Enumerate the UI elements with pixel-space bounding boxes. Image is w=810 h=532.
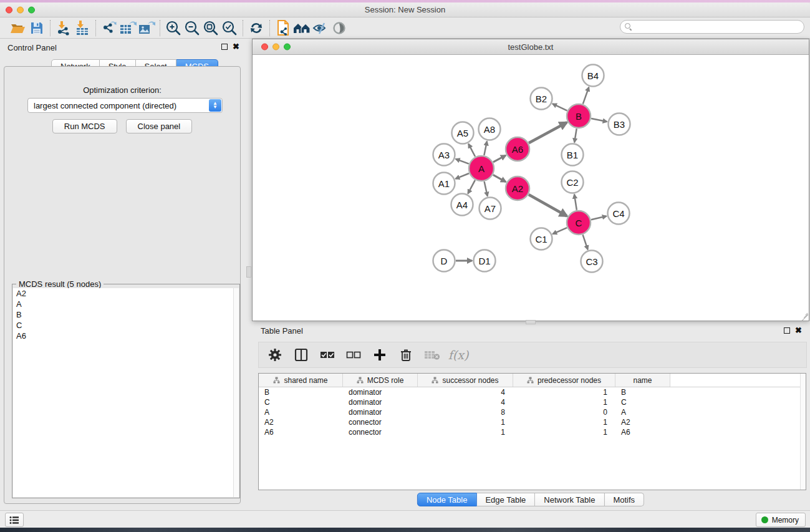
edge-B-B4[interactable] [583,87,589,104]
select-all-columns-button[interactable] [317,345,337,365]
function-builder-button[interactable]: f(x) [448,345,468,365]
cell-successor-nodes[interactable]: 4 [418,387,513,397]
refresh-network-button[interactable] [247,19,266,37]
show-columns-button[interactable] [291,345,311,365]
edge-C-C4[interactable] [591,216,607,220]
edge-A-A1[interactable] [456,173,469,179]
edge-B-B3[interactable] [591,118,607,122]
edge-A-A2[interactable] [493,175,506,181]
zoom-fit-button[interactable] [201,19,220,37]
mcds-result-list[interactable]: A2ABCA6 [13,288,239,497]
node-A6[interactable]: A6 [506,137,529,161]
cell-predecessor-nodes[interactable]: 1 [513,427,615,437]
import-network-button[interactable] [54,19,73,37]
unselect-all-columns-button[interactable] [344,345,364,365]
table-row[interactable]: A6connector11A6 [259,427,806,437]
edge-A2-C[interactable] [529,195,567,216]
network-graph[interactable]: B4B2BB3A5A8A6B1A3AA1C2A2A4A7C4CC1C3DD1 [253,56,808,320]
cell-predecessor-nodes[interactable]: 1 [513,417,615,427]
tab-edge-table[interactable]: Edge Table [476,493,535,506]
open-session-button[interactable] [9,19,27,37]
tab-node-table[interactable]: Node Table [417,493,477,506]
graphics-details-button[interactable] [311,19,330,37]
titlebar[interactable]: Session: New Session [0,2,810,17]
search-field[interactable] [620,20,804,34]
result-item[interactable]: A2 [13,288,239,299]
edge-A-A8[interactable] [484,142,487,155]
result-item[interactable]: C [13,320,239,331]
delete-column-button[interactable] [396,345,416,365]
cell-MCDS-role[interactable]: connector [343,427,418,437]
cell-successor-nodes[interactable]: 8 [418,407,513,417]
edge-A-A4[interactable] [468,180,475,193]
memory-button[interactable]: Memory [756,513,806,527]
save-session-button[interactable] [27,19,46,37]
criterion-dropdown[interactable]: largest connected component (directed) ▲… [27,98,223,113]
float-panel-icon[interactable] [221,44,228,50]
tab-network-table[interactable]: Network Table [535,493,604,506]
cell-shared-name[interactable]: A2 [259,417,343,427]
search-input[interactable] [635,22,804,31]
node-A7[interactable]: A7 [480,198,501,220]
cell-name[interactable]: A [615,407,670,417]
zoom-out-button[interactable] [183,19,201,37]
node-B4[interactable]: B4 [582,65,604,87]
zoom-in-button[interactable] [164,19,183,37]
node-A[interactable]: A [469,156,494,181]
cell-MCDS-role[interactable]: dominator [343,407,418,417]
run-mcds-button[interactable]: Run MCDS [52,119,117,133]
node-A5[interactable]: A5 [452,122,474,144]
cell-shared-name[interactable]: B [259,387,343,397]
edge-C-C1[interactable] [552,228,567,234]
network-canvas[interactable]: B4B2BB3A5A8A6B1A3AA1C2A2A4A7C4CC1C3DD1 [253,56,808,320]
edge-A-A3[interactable] [456,159,469,164]
cell-name[interactable]: C [615,397,670,407]
horizontal-splitter-handle[interactable] [526,320,536,324]
column-header-predecessor-nodes[interactable]: predecessor nodes [513,374,615,387]
cell-shared-name[interactable]: C [259,397,343,407]
cell-shared-name[interactable]: A6 [259,427,343,437]
window-resize-grip[interactable] [799,311,808,320]
node-B[interactable]: B [567,104,591,128]
node-D1[interactable]: D1 [474,250,496,272]
new-network-from-selection-button[interactable] [274,19,292,37]
node-C1[interactable]: C1 [531,228,552,250]
cell-predecessor-nodes[interactable]: 0 [513,407,615,417]
node-A3[interactable]: A3 [433,144,455,166]
edge-A-A5[interactable] [468,144,475,157]
edge-A-A7[interactable] [485,181,488,196]
node-A2[interactable]: A2 [506,177,529,200]
level-of-detail-button[interactable] [330,19,349,37]
task-history-button[interactable] [5,513,24,527]
vertical-splitter-handle[interactable] [246,266,251,278]
export-table-button[interactable] [118,19,137,37]
edge-C-C2[interactable] [574,195,577,210]
node-B2[interactable]: B2 [531,88,552,110]
result-item[interactable]: B [13,309,239,320]
birds-eye-view-button[interactable] [292,19,311,37]
cell-name[interactable]: A6 [615,427,670,437]
close-panel-icon[interactable]: ✖ [233,44,239,50]
cell-name[interactable]: A2 [615,417,670,427]
node-C2[interactable]: C2 [562,172,584,193]
node-D[interactable]: D [433,250,455,272]
zoom-selected-button[interactable] [220,19,239,37]
add-column-button[interactable] [370,345,390,365]
column-header-shared-name[interactable]: shared name [259,374,343,387]
close-panel-button[interactable]: Close panel [126,119,193,133]
result-item[interactable]: A6 [13,331,239,341]
cell-predecessor-nodes[interactable]: 1 [513,387,615,397]
edge-B-B1[interactable] [574,128,577,142]
node-A4[interactable]: A4 [451,194,473,216]
cell-predecessor-nodes[interactable]: 1 [513,397,615,407]
table-row[interactable]: Cdominator41C [259,397,806,407]
table-row[interactable]: Adominator80A [259,407,806,417]
node-B3[interactable]: B3 [609,114,630,135]
edge-B-B2[interactable] [552,104,567,110]
result-scrollbar[interactable] [233,288,239,497]
column-header-MCDS-role[interactable]: MCDS role [343,374,418,387]
cell-successor-nodes[interactable]: 1 [418,427,513,437]
delete-table-button[interactable] [422,345,442,365]
cell-shared-name[interactable]: A [259,407,343,417]
column-header-name[interactable]: name [615,374,670,387]
